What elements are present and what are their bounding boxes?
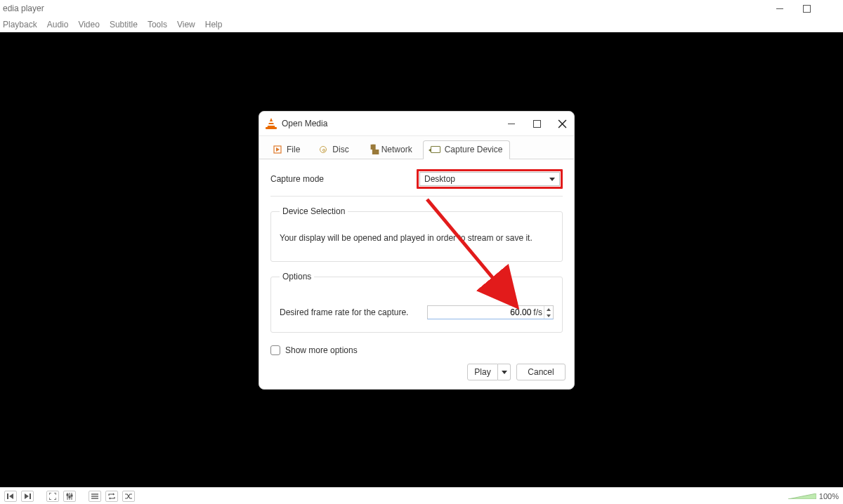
options-group: Options Desired frame rate for the captu… [270, 272, 563, 333]
tab-disc-label: Disc [332, 145, 348, 154]
file-icon [273, 145, 282, 154]
spin-down-icon[interactable] [544, 312, 553, 319]
tab-capture-label: Capture Device [445, 145, 503, 154]
shuffle-icon[interactable] [122, 491, 135, 502]
svg-rect-0 [7, 493, 8, 499]
chevron-down-icon [549, 178, 558, 181]
dialog-maximize-icon[interactable] [532, 119, 542, 128]
svg-marker-13 [788, 493, 816, 499]
tab-file[interactable]: File [265, 140, 308, 159]
menu-subtitle[interactable]: Subtitle [110, 20, 138, 29]
capture-mode-value: Desktop [424, 174, 455, 184]
menu-audio[interactable]: Audio [47, 20, 69, 29]
fps-label: Desired frame rate for the capture. [280, 307, 408, 317]
menu-playback[interactable]: Playback [3, 20, 37, 29]
statusbar: 100% [0, 487, 843, 504]
menu-view[interactable]: View [177, 20, 195, 29]
vlc-cone-icon [266, 118, 276, 129]
show-more-options-label: Show more options [285, 345, 358, 355]
tab-disc[interactable]: Disc [311, 140, 356, 159]
dialog-titlebar: Open Media [259, 112, 574, 135]
play-button-label: Play [474, 367, 490, 377]
maximize-icon[interactable] [802, 4, 811, 13]
spin-up-icon[interactable] [544, 306, 553, 312]
open-media-dialog: Open Media File Disc ▝▙ Network Capture [259, 111, 575, 390]
device-selection-legend: Device Selection [280, 206, 348, 216]
options-legend: Options [280, 272, 314, 281]
network-icon: ▝▙ [367, 145, 377, 154]
zoom-level: 100% [819, 492, 839, 500]
tab-network-label: Network [381, 145, 412, 154]
dialog-tabs: File Disc ▝▙ Network Capture Device [259, 135, 574, 159]
show-more-options-checkbox[interactable] [270, 345, 280, 355]
cancel-button-label: Cancel [528, 367, 554, 377]
playlist-icon[interactable] [89, 491, 101, 502]
menu-video[interactable]: Video [78, 20, 99, 29]
dialog-title: Open Media [282, 119, 327, 128]
svg-marker-2 [25, 493, 29, 499]
play-button[interactable]: Play [467, 364, 498, 380]
capture-mode-dropdown[interactable]: Desktop [419, 172, 560, 186]
svg-rect-9 [71, 495, 72, 496]
svg-marker-1 [9, 493, 13, 499]
svg-marker-15 [276, 147, 280, 152]
loop-icon[interactable] [105, 491, 118, 502]
device-selection-group: Device Selection Your display will be op… [270, 206, 563, 262]
menu-help[interactable]: Help [205, 20, 223, 29]
svg-rect-3 [30, 493, 31, 499]
capture-device-icon [431, 145, 440, 154]
device-selection-text: Your display will be opened and played i… [280, 226, 554, 248]
cancel-button[interactable]: Cancel [516, 364, 566, 380]
prev-track-icon[interactable] [4, 491, 17, 502]
equalizer-icon[interactable] [63, 491, 76, 502]
main-window-titlebar: edia player [0, 0, 843, 17]
tab-capture-device[interactable]: Capture Device [423, 140, 511, 159]
volume-icon[interactable] [788, 493, 816, 499]
next-track-icon[interactable] [21, 491, 34, 502]
tab-network[interactable]: ▝▙ Network [360, 140, 420, 159]
minimize-icon[interactable] [776, 4, 784, 13]
play-dropdown-button[interactable] [498, 364, 511, 380]
dialog-minimize-icon[interactable] [507, 119, 516, 128]
annotation-highlight: Desktop [417, 169, 563, 189]
app-title: edia player [3, 4, 44, 13]
dialog-close-icon[interactable] [557, 119, 567, 128]
tab-file-label: File [287, 145, 300, 154]
menu-tools[interactable]: Tools [148, 20, 167, 29]
svg-rect-7 [67, 494, 68, 496]
fps-spinbox[interactable]: f/s [427, 305, 554, 319]
capture-mode-label: Capture mode [270, 174, 324, 184]
svg-rect-8 [69, 496, 70, 498]
fps-input[interactable] [428, 306, 533, 319]
disc-icon [318, 145, 328, 154]
fps-unit: f/s [533, 307, 544, 317]
menubar: Playback Audio Video Subtitle Tools View… [0, 17, 843, 32]
fullscreen-icon[interactable] [46, 491, 59, 502]
